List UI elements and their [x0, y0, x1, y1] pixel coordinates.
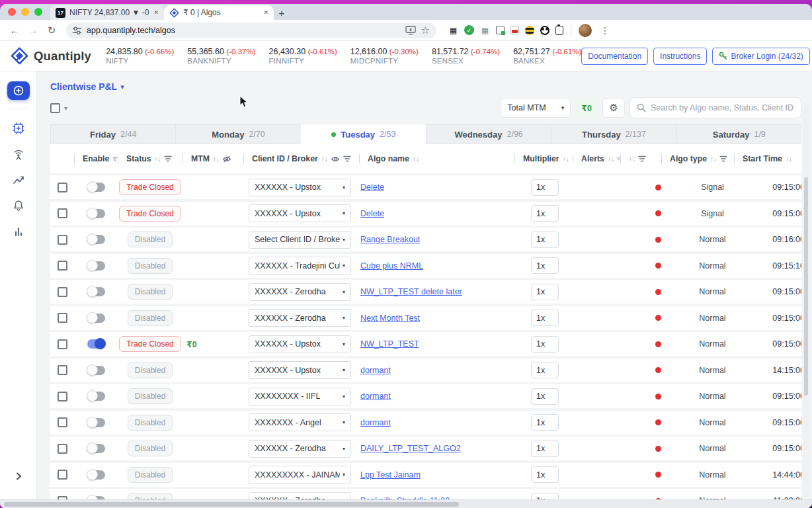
algo-name-link[interactable]: NW_LTP_TEST delete later	[360, 287, 462, 296]
multiplier-input[interactable]	[531, 466, 559, 483]
algo-name-link[interactable]: dormant	[360, 418, 391, 427]
broker-select[interactable]: XXXXXX - Upstox ▾	[249, 335, 351, 353]
sort-icons[interactable]: ↑↓	[629, 155, 635, 163]
algo-name-link[interactable]: NW_LTP_TEST	[360, 339, 419, 349]
eye-icon[interactable]	[331, 155, 340, 163]
day-tab[interactable]: Wednesday 2/96	[426, 124, 551, 144]
multiplier-input[interactable]	[531, 257, 559, 274]
sidebar-expand-button[interactable]	[0, 471, 36, 482]
multiplier-input[interactable]	[531, 414, 559, 431]
broker-login-button[interactable]: Broker Login (24/32)	[712, 48, 809, 65]
row-checkbox[interactable]	[58, 287, 67, 297]
vertical-scrollbar-thumb[interactable]	[804, 177, 808, 396]
enable-toggle[interactable]	[87, 314, 105, 323]
header-cell-multiplier[interactable]: Multiplier ↑↓	[514, 154, 573, 163]
enable-toggle[interactable]	[87, 470, 105, 480]
enable-toggle[interactable]	[87, 339, 105, 349]
bee-extension-icon[interactable]	[525, 26, 534, 35]
browser-tab-nifty[interactable]: 17 NIFTY 24,837.00 ▼ -0.66% ✕	[50, 5, 164, 20]
row-checkbox[interactable]	[58, 313, 67, 323]
filter-icon[interactable]	[638, 155, 646, 162]
sidebar-item-positions[interactable]	[0, 167, 36, 192]
broker-select[interactable]: XXXXXX - Upstox ▾	[249, 179, 351, 196]
sort-icons[interactable]: ↑↓	[608, 155, 614, 163]
panda-extension-icon[interactable]	[540, 26, 549, 35]
algo-name-link[interactable]: Delete	[360, 183, 384, 192]
url-bar[interactable]: app.quantiply.tech/algos ☆	[66, 22, 436, 38]
row-checkbox[interactable]	[58, 365, 67, 375]
sort-icons[interactable]: ↑↓	[710, 155, 716, 163]
check-extension-icon[interactable]: ✓	[464, 25, 474, 35]
filter-icon[interactable]	[719, 155, 727, 162]
tune-icon[interactable]	[73, 26, 81, 34]
add-algo-button[interactable]	[7, 81, 30, 100]
algo-name-link[interactable]: dormant	[360, 366, 391, 375]
filter-icon[interactable]	[343, 155, 351, 162]
enable-toggle[interactable]	[87, 209, 105, 218]
broker-select[interactable]: XXXXXX - Tradejini Cube Plus ▾	[249, 257, 351, 275]
sort-icons[interactable]: ↑↓	[321, 155, 327, 163]
new-tab-button[interactable]: +	[274, 5, 290, 20]
filter-icon[interactable]	[164, 155, 172, 162]
broker-select[interactable]: Select Client ID / Broker ▾	[249, 231, 351, 249]
view-selector[interactable]: Clientwise P&L ▾	[50, 80, 801, 93]
algo-name-link[interactable]: Next Month Test	[360, 314, 420, 323]
algo-name-link[interactable]: Cube plus NRML	[360, 261, 423, 271]
header-cell-mtm[interactable]: MTM ↑↓	[183, 154, 243, 163]
close-tab-icon[interactable]: ✕	[263, 9, 268, 16]
broker-select[interactable]: XXXXXXXX - IIFL ▾	[249, 388, 351, 405]
sidebar-item-broadcast[interactable]	[0, 141, 36, 167]
header-cell-algo-name[interactable]: Algo name ↑↓	[359, 154, 514, 163]
enable-toggle[interactable]	[87, 366, 105, 375]
multiplier-input[interactable]	[531, 205, 559, 222]
day-tab[interactable]: Tuesday 2/53	[301, 124, 426, 144]
algo-name-link[interactable]: Range Breakout	[360, 235, 420, 244]
sort-icons[interactable]: ↑↓	[213, 155, 219, 163]
multiplier-input[interactable]	[531, 310, 559, 326]
enable-toggle[interactable]	[87, 392, 105, 401]
multiplier-input[interactable]	[531, 179, 559, 196]
minimize-window-button[interactable]	[21, 8, 29, 16]
enable-toggle[interactable]	[87, 183, 105, 192]
algo-name-link[interactable]: dormant	[360, 392, 391, 401]
header-cell-algo-type[interactable]: Algo type ↑↓	[661, 154, 734, 163]
broker-select[interactable]: XXXXXX - Zerodha ▾	[249, 309, 351, 327]
algo-name-link[interactable]: DAILY_LTP_TEST_ALGO2	[360, 444, 461, 453]
row-checkbox[interactable]	[58, 183, 67, 192]
window-record-extension-icon[interactable]	[510, 26, 519, 34]
qr-extension-icon[interactable]: ▦	[448, 25, 458, 35]
close-tab-icon[interactable]: ✕	[153, 9, 159, 16]
day-tab[interactable]: Monday 2/70	[175, 124, 300, 144]
search-box[interactable]	[629, 97, 801, 118]
close-window-button[interactable]	[8, 8, 16, 16]
reload-icon[interactable]: ↻	[44, 24, 60, 36]
day-tab[interactable]: Saturday 1/9	[676, 124, 801, 144]
select-all-checkbox[interactable]	[50, 103, 60, 113]
sort-icons[interactable]: ↑↓	[786, 155, 792, 163]
algo-name-link[interactable]: Lpp Test Jainam	[360, 470, 421, 480]
browser-tab-algos[interactable]: ₹ 0 | Algos ✕	[164, 5, 274, 20]
calculator-extension-icon[interactable]: ▦	[480, 25, 490, 35]
multiplier-input[interactable]	[531, 388, 559, 405]
header-cell-status[interactable]: Status ↑↓	[118, 154, 183, 163]
day-tab[interactable]: Friday 2/44	[50, 124, 175, 144]
caret-down-icon[interactable]: ▾	[64, 105, 67, 112]
multiplier-input[interactable]	[531, 441, 559, 457]
enable-toggle[interactable]	[87, 261, 105, 271]
broker-select[interactable]: XXXXXX - Zerodha ▾	[249, 440, 351, 458]
settings-button[interactable]: ⚙	[602, 98, 625, 118]
row-checkbox[interactable]	[58, 417, 67, 427]
broker-select[interactable]: XXXXXXX - Angel ▾	[249, 413, 351, 431]
bookmark-star-icon[interactable]: ☆	[421, 24, 430, 36]
sort-icons[interactable]: ↑↓	[155, 155, 161, 163]
send-to-device-icon[interactable]	[405, 26, 416, 35]
broker-select[interactable]: XXXXXX - Upstox ▾	[249, 204, 351, 222]
search-input[interactable]	[651, 103, 794, 112]
horizontal-scrollbar-thumb[interactable]	[4, 502, 459, 507]
broker-select[interactable]: XXXXXX - Upstox ▾	[249, 361, 351, 379]
sidebar-item-reports[interactable]	[0, 218, 36, 244]
row-checkbox[interactable]	[58, 392, 67, 402]
header-cell-start-time[interactable]: Start Time ↑↓	[734, 154, 801, 163]
instructions-button[interactable]: Instructions	[653, 48, 707, 65]
overflow-menu-icon[interactable]: ⋮	[600, 25, 610, 36]
